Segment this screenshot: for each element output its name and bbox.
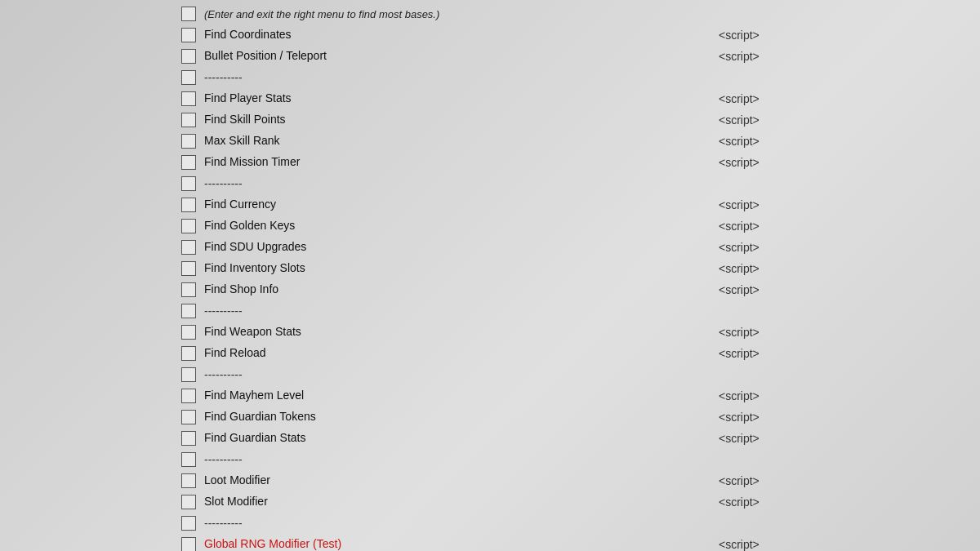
checkbox-find-guardian-stats[interactable] xyxy=(181,431,196,446)
item-label-bullet-position: Bullet Position / Teleport xyxy=(204,48,719,64)
item-script-find-shop-info: <script> xyxy=(719,283,784,296)
items-container: Find Coordinates<script>Bullet Position … xyxy=(180,24,980,551)
checkbox-find-coordinates[interactable] xyxy=(181,28,196,42)
info-checkbox[interactable] xyxy=(181,7,196,21)
separator-checkbox-wrapper-2 xyxy=(180,69,198,87)
item-script-find-weapon-stats: <script> xyxy=(719,326,784,339)
checkbox-wrapper-find-sdu-upgrades xyxy=(180,238,198,256)
separator-checkbox-13[interactable] xyxy=(181,304,196,318)
separator-checkbox-7[interactable] xyxy=(181,176,196,191)
checkbox-wrapper-loot-modifier xyxy=(180,472,198,490)
item-script-find-player-stats: <script> xyxy=(719,92,784,105)
item-script-find-mission-timer: <script> xyxy=(719,156,784,169)
checkbox-slot-modifier[interactable] xyxy=(181,495,196,509)
list-item-loot-modifier: Loot Modifier<script> xyxy=(180,470,980,491)
checkbox-find-sdu-upgrades[interactable] xyxy=(181,240,196,255)
separator-label-7: ---------- xyxy=(204,177,243,190)
separator-checkbox-wrapper-13 xyxy=(180,302,198,320)
item-script-find-skill-points: <script> xyxy=(719,113,784,127)
item-label-find-inventory-slots: Find Inventory Slots xyxy=(204,260,719,277)
checkbox-find-golden-keys[interactable] xyxy=(181,219,196,233)
separator-label-13: ---------- xyxy=(204,304,243,318)
item-label-find-guardian-stats: Find Guardian Stats xyxy=(204,430,719,447)
checkbox-wrapper-slot-modifier xyxy=(180,493,198,511)
separator-checkbox-wrapper-20 xyxy=(180,451,198,469)
separator-checkbox-wrapper-23 xyxy=(180,514,198,532)
list-item-find-weapon-stats: Find Weapon Stats<script> xyxy=(180,322,980,343)
separator-13: ---------- xyxy=(180,300,980,322)
checkbox-find-guardian-tokens[interactable] xyxy=(181,410,196,424)
checkbox-find-player-stats[interactable] xyxy=(181,91,196,106)
item-label-find-skill-points: Find Skill Points xyxy=(204,112,719,128)
separator-checkbox-23[interactable] xyxy=(181,516,196,531)
checkbox-wrapper-find-currency xyxy=(180,196,198,214)
separator-checkbox-20[interactable] xyxy=(181,452,196,467)
checkbox-wrapper-find-mission-timer xyxy=(180,153,198,171)
item-label-max-skill-rank: Max Skill Rank xyxy=(204,133,719,149)
checkbox-find-mission-timer[interactable] xyxy=(181,155,196,170)
checkbox-bullet-position[interactable] xyxy=(181,49,196,64)
item-script-find-golden-keys: <script> xyxy=(719,220,784,233)
checkbox-wrapper-find-golden-keys xyxy=(180,217,198,235)
item-label-find-mission-timer: Find Mission Timer xyxy=(204,154,719,171)
checkbox-wrapper-find-guardian-tokens xyxy=(180,408,198,426)
list-item-find-player-stats: Find Player Stats<script> xyxy=(180,88,980,109)
checkbox-find-reload[interactable] xyxy=(181,346,196,361)
item-script-find-coordinates: <script> xyxy=(719,29,784,42)
item-label-find-weapon-stats: Find Weapon Stats xyxy=(204,324,719,340)
checkbox-max-skill-rank[interactable] xyxy=(181,134,196,149)
separator-23: ---------- xyxy=(180,513,980,534)
list-item-find-golden-keys: Find Golden Keys<script> xyxy=(180,216,980,237)
item-script-find-guardian-tokens: <script> xyxy=(719,411,784,424)
item-script-find-mayhem-level: <script> xyxy=(719,389,784,402)
item-script-max-skill-rank: <script> xyxy=(719,135,784,148)
checkbox-loot-modifier[interactable] xyxy=(181,473,196,488)
item-script-global-rng-modifier: <script> xyxy=(719,538,784,551)
list-item-find-guardian-stats: Find Guardian Stats<script> xyxy=(180,428,980,449)
item-script-find-sdu-upgrades: <script> xyxy=(719,241,784,254)
list-item-find-currency: Find Currency<script> xyxy=(180,194,980,216)
checkbox-wrapper-find-guardian-stats xyxy=(180,429,198,447)
checkbox-wrapper-find-coordinates xyxy=(180,26,198,44)
item-script-bullet-position: <script> xyxy=(719,50,784,63)
checkbox-wrapper-find-mayhem-level xyxy=(180,387,198,405)
item-label-find-player-stats: Find Player Stats xyxy=(204,91,719,107)
item-label-find-reload: Find Reload xyxy=(204,345,719,362)
separator-checkbox-wrapper-7 xyxy=(180,175,198,193)
list-item-global-rng-modifier: Global RNG Modifier (Test)<script> xyxy=(180,534,980,551)
separator-label-2: ---------- xyxy=(204,71,243,84)
checkbox-wrapper-max-skill-rank xyxy=(180,132,198,150)
checkbox-find-weapon-stats[interactable] xyxy=(181,325,196,340)
info-label: (Enter and exit the right menu to find m… xyxy=(204,8,439,20)
checkbox-find-shop-info[interactable] xyxy=(181,282,196,297)
checkbox-wrapper-find-shop-info xyxy=(180,281,198,299)
main-container: (Enter and exit the right menu to find m… xyxy=(0,0,980,551)
item-label-loot-modifier: Loot Modifier xyxy=(204,473,719,489)
separator-checkbox-2[interactable] xyxy=(181,70,196,85)
checkbox-wrapper-find-weapon-stats xyxy=(180,323,198,341)
checkbox-find-skill-points[interactable] xyxy=(181,113,196,127)
separator-checkbox-wrapper-16 xyxy=(180,366,198,384)
separator-label-20: ---------- xyxy=(204,453,243,466)
checkbox-wrapper-global-rng-modifier xyxy=(180,535,198,551)
checkbox-wrapper-find-reload xyxy=(180,344,198,362)
checkbox-wrapper-find-inventory-slots xyxy=(180,260,198,278)
checkbox-global-rng-modifier[interactable] xyxy=(181,537,196,551)
separator-label-23: ---------- xyxy=(204,517,243,530)
checkbox-find-inventory-slots[interactable] xyxy=(181,261,196,276)
list-item-find-inventory-slots: Find Inventory Slots<script> xyxy=(180,258,980,279)
list-item-find-sdu-upgrades: Find SDU Upgrades<script> xyxy=(180,237,980,258)
list-item-find-skill-points: Find Skill Points<script> xyxy=(180,109,980,131)
item-label-slot-modifier: Slot Modifier xyxy=(204,494,719,510)
item-script-loot-modifier: <script> xyxy=(719,474,784,487)
item-script-find-guardian-stats: <script> xyxy=(719,432,784,445)
checkbox-find-currency[interactable] xyxy=(181,198,196,212)
separator-checkbox-16[interactable] xyxy=(181,367,196,382)
separator-7: ---------- xyxy=(180,173,980,194)
separator-label-16: ---------- xyxy=(204,368,243,381)
checkbox-find-mayhem-level[interactable] xyxy=(181,389,196,403)
list-item-find-shop-info: Find Shop Info<script> xyxy=(180,279,980,300)
info-row: (Enter and exit the right menu to find m… xyxy=(180,3,980,24)
checkbox-wrapper-bullet-position xyxy=(180,47,198,65)
item-label-global-rng-modifier: Global RNG Modifier (Test) xyxy=(204,536,719,551)
